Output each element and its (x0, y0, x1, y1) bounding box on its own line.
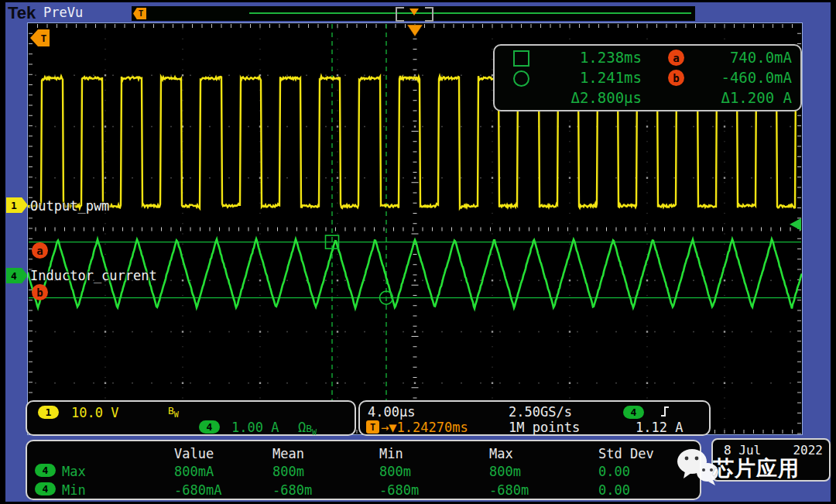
rising-edge-icon (659, 405, 671, 418)
meas-ch-badge: 4 (35, 482, 56, 495)
ch4-badge[interactable]: 4 (199, 420, 220, 434)
ch1-waveform-label: Output_pwm (30, 198, 109, 214)
vertical-settings-box: 1 10.0 V BW 4 1.00 A ΩBW (26, 400, 356, 436)
cursor-delta-level: Δ1.200 A (690, 89, 792, 106)
ch1-scale: 10.0 V (71, 405, 118, 420)
window-bracket-right[interactable] (425, 7, 433, 22)
cursor-b-level: -460.0mA (690, 69, 792, 86)
cursor-a-square-icon (513, 50, 529, 67)
col-header-value: Value (174, 446, 214, 461)
cursor-delta-time: Δ2.800μs (541, 89, 642, 106)
col-header-mean: Mean (272, 446, 304, 461)
measurement-row-min: 4 Min -680mA -680m -680m -680m 0.00 (27, 482, 700, 499)
acquisition-status: PreVu (43, 5, 83, 20)
watermark-text: 芯片应用 (713, 454, 800, 482)
col-header-stddev: Std Dev (598, 446, 654, 461)
cursor-readout-box: 1.238ms a 740.0mA 1.241ms b -460.0mA Δ2.… (493, 44, 802, 111)
meas-min: 800m (379, 464, 411, 479)
meas-std: 0.00 (598, 482, 630, 498)
trigger-delay-flag-icon: T (366, 420, 379, 434)
ch4-waveform-label: Inductor_current (30, 268, 157, 283)
meas-name: Min (62, 482, 86, 498)
cursor-a-badge[interactable]: a (32, 242, 48, 259)
record-waveform-line (249, 12, 691, 14)
cursor-a-time: 1.238ms (541, 49, 642, 66)
meas-max: 800m (489, 464, 521, 479)
trigger-level-readout: 1.12 A (636, 420, 683, 435)
meas-min: -680m (379, 482, 419, 498)
measurement-table: Value Mean Min Max Std Dev 4 Max 800mA 8… (26, 440, 701, 500)
meas-std: 0.00 (598, 464, 630, 479)
record-trigger-position-icon[interactable] (409, 9, 419, 15)
delay-marker-icon: ▼ (389, 420, 396, 435)
cursor-b-circle-icon (513, 70, 529, 87)
meas-value: -680mA (174, 482, 221, 498)
sample-rate-readout: 2.50GS/s (509, 404, 572, 420)
meas-value: 800mA (174, 464, 214, 479)
trigger-position-icon[interactable] (407, 25, 423, 36)
oscilloscope-screenshot: Tek PreVu T 1 4 T Output_pwm Inductor_cu… (0, 0, 836, 504)
cursor-b-badge[interactable]: b (32, 284, 48, 300)
delay-arrow-icon: → (381, 420, 389, 435)
window-bracket-left[interactable] (396, 7, 404, 22)
cursor-b-time: 1.241ms (541, 69, 642, 86)
cursor-a-level: 740.0mA (690, 49, 792, 66)
cursor-a-badge-icon: a (668, 50, 684, 66)
col-header-min: Min (379, 446, 403, 461)
record-view-bar: T (132, 6, 695, 21)
ch4-scale: 1.00 A (231, 420, 279, 435)
record-length-readout: 1M points (509, 420, 580, 435)
trigger-source-badge: 4 (623, 406, 644, 419)
measurement-row-max: 4 Max 800mA 800m 800m 800m 0.00 (27, 464, 700, 481)
trigger-delay-readout: →▼1.24270ms (381, 420, 468, 435)
ch1-bandwidth-icon: BW (168, 405, 179, 419)
cursor-b-badge-icon: b (668, 70, 684, 86)
timebase-readout: 4.00μs (368, 404, 415, 420)
col-header-max: Max (489, 446, 513, 461)
meas-mean: 800m (272, 464, 304, 479)
horizontal-trigger-box: 4.00μs 2.50GS/s 4 T →▼1.24270ms 1M point… (358, 400, 711, 436)
svg-text:T: T (41, 33, 47, 44)
meas-max: -680m (489, 482, 529, 498)
trigger-level-arrow-icon[interactable] (790, 218, 801, 231)
meas-name: Max (62, 464, 86, 479)
ch1-badge[interactable]: 1 (38, 406, 59, 419)
trigger-flag-icon: T (133, 8, 146, 19)
tek-logo: Tek (8, 3, 36, 23)
ch4-coupling-icon: ΩBW (298, 420, 317, 437)
meas-ch-badge: 4 (35, 464, 56, 477)
meas-mean: -680m (272, 482, 312, 498)
